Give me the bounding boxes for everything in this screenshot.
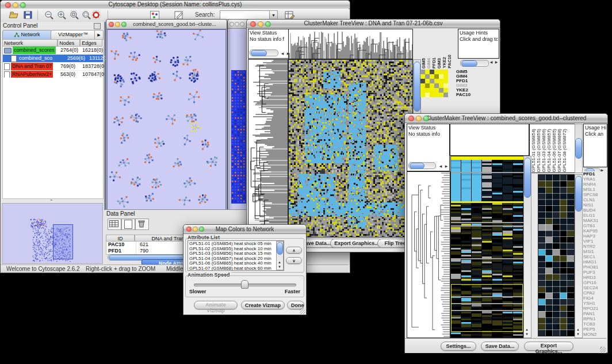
tv1-hints-hscrollbar[interactable] <box>460 60 489 67</box>
zoom-window-icon[interactable] <box>423 116 429 121</box>
main-title-bar[interactable]: Cytoscape Desktop (Session Name: collins… <box>1 1 350 9</box>
minimize-icon[interactable] <box>13 2 18 8</box>
attribute-list-item[interactable]: GPL51-07 (GSM868) heat shock 60 min <box>189 266 282 271</box>
minimize-icon[interactable] <box>416 116 422 121</box>
minimize-icon[interactable] <box>235 22 239 26</box>
create-vizmap-button[interactable]: Create Vizmap <box>241 301 285 309</box>
heatmap-cell[interactable] <box>425 79 430 83</box>
scrollbar-thumb[interactable] <box>575 176 582 212</box>
attribute-list-item[interactable]: GPL51-04 (GSM857) heat shock 20 min <box>189 256 282 262</box>
scroll-up-icon[interactable]: ▲ <box>524 328 530 332</box>
heatmap-cell[interactable] <box>434 83 439 88</box>
attribute-list[interactable]: GPL51-01 (GSM854) heat shock 05 minGPL51… <box>188 240 284 271</box>
heatmap-cell[interactable] <box>443 70 448 74</box>
scroll-right-icon[interactable]: ▶ <box>443 164 449 168</box>
heatmap-cell[interactable] <box>434 79 439 83</box>
tv1-global-heatmap[interactable] <box>288 59 413 237</box>
col-header-id[interactable]: ID <box>106 235 135 242</box>
scrollbar-thumb[interactable] <box>277 242 283 255</box>
attribute-list-item[interactable]: GPL51-02 (GSM855) heat shock 10 min <box>189 247 282 252</box>
heatmap-cell[interactable] <box>425 83 430 88</box>
tab-network[interactable]: Network <box>2 30 52 40</box>
heatmap-cell[interactable] <box>439 93 443 97</box>
heatmap-cell[interactable] <box>434 93 439 97</box>
tv1-column-dendrogram[interactable] <box>288 29 413 59</box>
heatmap-cell[interactable] <box>443 93 448 97</box>
network-overview-panel[interactable] <box>2 203 103 264</box>
delete-attribute-trash-icon[interactable] <box>135 219 149 230</box>
tv1-export-graphics-button[interactable]: Export Graphics... <box>330 239 383 248</box>
heatmap-cell[interactable] <box>430 88 434 93</box>
dialog-title-bar[interactable]: Map Colors to Network <box>183 225 306 234</box>
heatmap-cell[interactable] <box>434 88 439 93</box>
heatmap-cell[interactable] <box>439 83 443 88</box>
scrollbar-thumb[interactable] <box>251 50 267 56</box>
heatmap-cell[interactable] <box>430 83 434 88</box>
attribute-list-vscrollbar[interactable]: ▲ ▼ <box>276 241 284 270</box>
scrollbar-thumb[interactable] <box>410 163 424 169</box>
attribute-list-item[interactable]: GPL51-03 (GSM856) heat shock 15 min <box>189 251 282 256</box>
move-down-button[interactable]: ∨ <box>286 257 302 264</box>
tv2-column-dendrogram-area[interactable] <box>450 124 529 156</box>
resize-grip[interactable] <box>300 308 305 314</box>
minimize-icon[interactable] <box>193 227 198 232</box>
tv1-zoom-heatmap[interactable] <box>420 70 448 97</box>
treeview2-window[interactable]: ClusterMaker TreeView : combined_scores_… <box>404 113 608 353</box>
tv2-settings-button[interactable]: Settings... <box>441 342 476 351</box>
save-icon[interactable] <box>24 11 32 19</box>
zoom-window-icon[interactable] <box>265 21 271 27</box>
new-attribute-icon[interactable] <box>121 219 135 230</box>
heatmap-cell[interactable] <box>430 93 434 97</box>
zoom-window-icon[interactable] <box>240 22 244 26</box>
open-file-icon[interactable] <box>9 11 19 19</box>
zoom-in-icon[interactable] <box>57 10 67 20</box>
close-icon[interactable] <box>5 2 11 8</box>
heatmap-cell[interactable] <box>420 93 425 97</box>
map-colors-dialog[interactable]: Map Colors to Network Attribute List GPL… <box>183 224 307 315</box>
close-icon[interactable] <box>186 227 192 232</box>
scroll-left-icon[interactable]: ◀ <box>280 52 285 56</box>
vizmapper-icon[interactable] <box>150 11 159 20</box>
tv2-status-hscrollbar[interactable] <box>408 162 436 169</box>
network-view-title-bar[interactable]: combined_scores_good.txt--cluste... <box>106 20 227 29</box>
scroll-down-icon[interactable]: ▼ <box>575 332 581 336</box>
tv2-save-data-button[interactable]: Save Data... <box>481 342 519 351</box>
zoom-window-icon[interactable] <box>20 2 26 8</box>
treeview1-title-bar[interactable]: ClusterMaker TreeView : DNA and Tran 07-… <box>247 20 500 28</box>
col-header-nodes[interactable]: Nodes <box>58 39 80 47</box>
tv2-collabel-vscrollbar[interactable] <box>575 124 583 173</box>
scroll-down-icon[interactable]: ▼ <box>524 332 530 336</box>
float-panel-icon[interactable] <box>94 23 101 29</box>
tv2-global-heatmap[interactable] <box>450 156 524 338</box>
heatmap-cell[interactable] <box>420 74 425 79</box>
heatmap-cell[interactable] <box>443 83 448 88</box>
network-view-canvas[interactable] <box>107 29 226 214</box>
attribute-table-icon[interactable] <box>285 10 295 20</box>
heatmap-cell[interactable] <box>420 70 425 74</box>
heatmap-cell[interactable] <box>425 70 430 74</box>
tv2-export-graphics-button[interactable]: Export Graphics... <box>524 342 573 351</box>
heatmap-cell[interactable] <box>420 83 425 88</box>
heatmap-cell[interactable] <box>420 88 425 93</box>
attribute-list-item[interactable]: GPL51-01 (GSM854) heat shock 05 min <box>189 242 282 247</box>
heatmap-cell[interactable] <box>430 79 434 83</box>
move-up-button[interactable]: ∧ <box>286 247 302 254</box>
help-lifesaver-icon[interactable] <box>91 10 101 20</box>
scrollbar-thumb[interactable] <box>575 138 582 159</box>
network-tree-row[interactable]: DNA and Tran 07769(0)183728(0) <box>3 63 103 71</box>
heatmap-cell[interactable] <box>439 70 443 74</box>
tv1-status-hscrollbar[interactable] <box>250 49 278 56</box>
tv2-zoom-heatmap[interactable] <box>538 174 575 336</box>
heatmap-cell[interactable] <box>425 74 430 79</box>
attribute-list-item[interactable]: GPL51-06 (GSM865) heat shock 40 min <box>189 261 282 266</box>
zoom-window-icon[interactable] <box>121 22 127 27</box>
scrollbar-thumb[interactable] <box>524 158 531 198</box>
heatmap-cell[interactable] <box>443 79 448 83</box>
close-icon[interactable] <box>109 22 114 27</box>
scrollbar-thumb[interactable] <box>414 62 420 112</box>
scroll-left-icon[interactable]: ◀ <box>438 164 443 168</box>
heatmap-cell[interactable] <box>434 70 439 74</box>
heatmap-cell[interactable] <box>425 93 430 97</box>
close-icon[interactable] <box>408 116 414 121</box>
heatmap-cell[interactable] <box>443 74 448 79</box>
